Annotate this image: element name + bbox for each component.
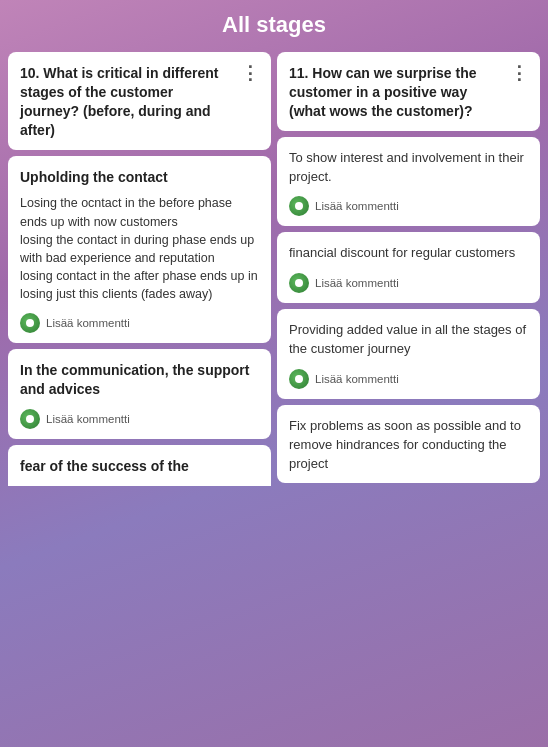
card-fix-problems: Fix problems as soon as possible and to …	[277, 405, 540, 484]
card-added-value-body: Providing added value in all the stages …	[289, 321, 528, 359]
comment-label: Lisää kommentti	[46, 317, 130, 329]
card-discount: financial discount for regular customers…	[277, 232, 540, 303]
card-discount-comment[interactable]: Lisää kommentti	[289, 273, 528, 293]
card-upholding: Upholding the contact Losing the ocntact…	[8, 156, 271, 344]
card-fear: fear of the success of the	[8, 445, 271, 486]
card-interest-comment[interactable]: Lisää kommentti	[289, 196, 528, 216]
card-added-value: Providing added value in all the stages …	[277, 309, 540, 399]
comment-label: Lisää kommentti	[315, 200, 399, 212]
comment-label: Lisää kommentti	[315, 373, 399, 385]
avatar-icon	[20, 313, 40, 333]
card-fix-problems-body: Fix problems as soon as possible and to …	[289, 417, 528, 474]
card-upholding-body: Losing the ocntact in the before phase e…	[20, 194, 261, 303]
column-right: 11. How can we surprise the customer in …	[277, 52, 540, 486]
avatar-icon	[289, 273, 309, 293]
comment-label: Lisää kommentti	[46, 413, 130, 425]
column-left: 10. What is critical in different stages…	[8, 52, 271, 486]
card-upholding-comment[interactable]: Lisää kommentti	[20, 313, 261, 333]
card-q11-title: 11. How can we surprise the customer in …	[289, 64, 504, 121]
page-title: All stages	[0, 12, 548, 38]
columns-wrapper: 10. What is critical in different stages…	[0, 52, 548, 506]
card-menu-icon-q11[interactable]: ⋮	[510, 64, 528, 82]
page-header: All stages	[0, 0, 548, 52]
avatar-icon	[289, 369, 309, 389]
card-communication-comment[interactable]: Lisää kommentti	[20, 409, 259, 429]
card-communication: In the communication, the support and ad…	[8, 349, 271, 439]
card-discount-body: financial discount for regular customers	[289, 244, 528, 263]
avatar-icon	[289, 196, 309, 216]
card-menu-icon[interactable]: ⋮	[241, 64, 259, 82]
comment-label: Lisää kommentti	[315, 277, 399, 289]
avatar-icon	[20, 409, 40, 429]
card-q10: 10. What is critical in different stages…	[8, 52, 271, 150]
card-communication-title: In the communication, the support and ad…	[20, 361, 259, 399]
card-upholding-title: Upholding the contact	[20, 168, 261, 187]
card-fear-title: fear of the success of the	[20, 457, 259, 476]
card-interest-body: To show interest and involvement in thei…	[289, 149, 528, 187]
card-q11: 11. How can we surprise the customer in …	[277, 52, 540, 131]
card-added-value-comment[interactable]: Lisää kommentti	[289, 369, 528, 389]
card-q10-title: 10. What is critical in different stages…	[20, 64, 235, 140]
card-interest: To show interest and involvement in thei…	[277, 137, 540, 227]
